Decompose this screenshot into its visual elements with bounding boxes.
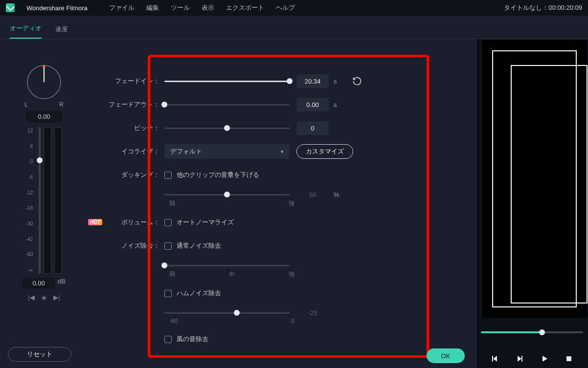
preview-column [475, 39, 588, 368]
next-keyframe-icon[interactable]: ▶| [53, 294, 60, 301]
audio-pan-meter-column: L R 0.00 12 6 0 -6 -12 -18 -30 -42 -60 -… [0, 39, 88, 368]
property-tabs: オーディオ 速度 [0, 16, 588, 39]
gain-slider-thumb[interactable] [37, 157, 43, 163]
equalizer-label: イコライザ： [106, 147, 164, 156]
fadein-reset-icon[interactable] [352, 76, 362, 86]
normal-denoise-checkbox[interactable] [164, 242, 172, 250]
denoise-strong-label: 強 [289, 270, 294, 279]
fadein-slider[interactable] [164, 81, 290, 82]
pan-left-label: L [24, 101, 28, 108]
equalizer-customize-button[interactable]: カスタマイズ [296, 144, 353, 159]
ok-button[interactable]: OK [427, 348, 465, 363]
autonormalize-label: オートノーマライズ [177, 218, 234, 227]
gain-value[interactable]: 0.00 [23, 278, 54, 289]
hum-denoise-label: ハムノイズ除去 [177, 289, 221, 298]
pan-right-label: R [59, 101, 64, 108]
pitch-slider[interactable] [164, 128, 290, 129]
ducking-label: ダッキング： [106, 171, 164, 179]
ducking-checkbox[interactable] [164, 172, 172, 179]
scrubber-thumb[interactable] [539, 329, 545, 335]
gain-unit: dB [58, 278, 66, 285]
tab-audio[interactable]: オーディオ [10, 24, 42, 39]
hum-denoise-checkbox[interactable] [164, 290, 172, 297]
tab-speed[interactable]: 速度 [55, 25, 68, 39]
denoise-weak-label: 弱 [169, 270, 175, 279]
fadein-label: フェードイン： [106, 77, 164, 86]
ducking-strong-label: 強 [289, 199, 294, 208]
preview-scrubber[interactable] [481, 331, 583, 333]
meter-ticks: 12 6 0 -6 -12 -18 -30 -42 -60 -∞ [26, 127, 33, 274]
normal-denoise-slider[interactable] [164, 265, 290, 266]
audio-controls-panel: フェードイン： 20.34 s フェードアウト： 0.00 s [88, 55, 475, 366]
wind-denoise-label: 風の音除去 [177, 335, 208, 344]
project-timecode: タイトルなし：00:00:20:09 [504, 3, 582, 12]
denoise-label: ノイズ除去： [106, 241, 164, 250]
fadeout-unit: s [334, 101, 345, 108]
menu-tool[interactable]: ツール [171, 3, 190, 12]
menu-edit[interactable]: 編集 [146, 3, 159, 12]
pitch-value[interactable]: 0 [296, 121, 329, 135]
ducking-checkbox-label: 他のクリップの音量を下げる [177, 171, 259, 179]
autonormalize-checkbox[interactable] [164, 219, 172, 226]
pan-value[interactable]: 0.00 [26, 111, 62, 122]
pitch-label: ピッチ： [106, 124, 164, 132]
preview-monitor [481, 39, 588, 319]
hum-denoise-slider[interactable] [164, 312, 290, 314]
denoise-mid-label: 中 [229, 270, 235, 279]
menubar: Wondershare Filmora ファイル 編集 ツール 表示 エクスポー… [0, 0, 588, 16]
pan-dial[interactable] [27, 65, 61, 99]
normal-denoise-label: 通常ノイズ除去 [177, 241, 221, 250]
hum-denoise-value: -25 [296, 306, 329, 320]
dial-needle-icon [44, 67, 45, 82]
equalizer-select[interactable]: デフォルト ▾ [164, 144, 290, 159]
level-meter-left [44, 127, 51, 274]
fadein-unit: s [334, 78, 345, 85]
level-meter-right [54, 127, 62, 274]
ducking-weak-label: 弱 [169, 199, 175, 208]
fadein-value[interactable]: 20.34 [296, 74, 329, 88]
menu-file[interactable]: ファイル [109, 3, 135, 12]
menu-export[interactable]: エクスポート [226, 3, 264, 12]
ducking-value: 50 [296, 188, 329, 201]
reset-button[interactable]: リセット [8, 347, 71, 362]
equalizer-value: デフォルト [170, 147, 202, 156]
app-title: Wondershare Filmora [26, 4, 88, 12]
fadeout-slider[interactable] [164, 104, 290, 106]
menu-view[interactable]: 表示 [202, 3, 214, 12]
app-logo-icon [6, 3, 15, 12]
menu-help[interactable]: ヘルプ [276, 3, 295, 12]
wind-denoise-checkbox[interactable] [164, 336, 172, 343]
fadeout-value[interactable]: 0.00 [296, 98, 329, 111]
fadeout-label: フェードアウト： [106, 100, 164, 109]
chevron-down-icon: ▾ [281, 149, 284, 155]
volume-label: HOT ボリューム： [106, 218, 164, 227]
add-keyframe-icon[interactable]: ◈ [42, 294, 46, 301]
hum-min-label: -60 [169, 318, 178, 325]
safe-zone-inner [511, 65, 588, 303]
gain-slider[interactable] [39, 127, 41, 274]
prev-keyframe-icon[interactable]: |◀ [28, 294, 35, 301]
ducking-unit: % [334, 191, 345, 198]
hum-max-label: 0 [291, 318, 294, 325]
hot-badge: HOT [88, 219, 102, 225]
ducking-slider[interactable] [164, 194, 290, 195]
